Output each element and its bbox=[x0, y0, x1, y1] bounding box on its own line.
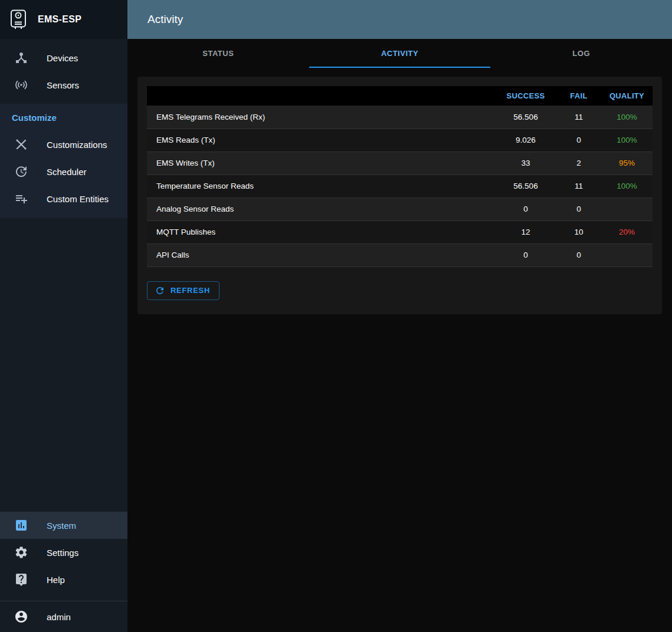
row-name: Analog Sensor Reads bbox=[147, 198, 499, 220]
sidebar-item-label: Customizations bbox=[47, 140, 107, 150]
settings-icon bbox=[14, 545, 28, 559]
sidebar-item-devices[interactable]: Devices bbox=[0, 44, 127, 71]
app-logo-icon bbox=[9, 9, 27, 29]
sidebar-item-label: Settings bbox=[47, 548, 78, 558]
quality-value bbox=[605, 198, 653, 220]
table-row: MQTT Publishes 12 10 20% bbox=[147, 220, 653, 243]
tab-activity[interactable]: ACTIVITY bbox=[309, 39, 491, 68]
system-icon bbox=[14, 518, 28, 532]
app-window: EMS-ESP Devices Se bbox=[0, 0, 672, 632]
row-name: MQTT Publishes bbox=[147, 220, 499, 243]
fail-value: 10 bbox=[552, 220, 605, 243]
success-value: 0 bbox=[499, 198, 552, 220]
success-header: SUCCESS bbox=[499, 86, 552, 106]
row-name: EMS Telegrams Received (Rx) bbox=[147, 106, 499, 129]
table-header-row: SUCCESS FAIL QUALITY bbox=[147, 86, 653, 106]
sidebar-item-scheduler[interactable]: Scheduler bbox=[0, 158, 127, 185]
sidebar-item-label: Scheduler bbox=[47, 167, 87, 177]
tab-bar: STATUS ACTIVITY LOG bbox=[127, 39, 672, 68]
success-value: 12 bbox=[499, 220, 552, 243]
fail-value: 0 bbox=[552, 198, 605, 220]
row-name: EMS Reads (Tx) bbox=[147, 129, 499, 152]
app-name: EMS-ESP bbox=[38, 14, 81, 25]
customize-section-heading: Customize bbox=[0, 104, 127, 131]
table-row: API Calls 0 0 bbox=[147, 243, 653, 266]
sidebar-item-label: Sensors bbox=[47, 80, 79, 90]
tab-label: ACTIVITY bbox=[381, 49, 418, 58]
custom-entities-icon bbox=[14, 192, 28, 206]
success-value: 56.506 bbox=[499, 175, 552, 198]
table-row: Temperature Sensor Reads 56.506 11 100% bbox=[147, 175, 653, 198]
main-area: Activity STATUS ACTIVITY LOG SUCCESS FA bbox=[127, 0, 672, 632]
quality-value: 95% bbox=[605, 152, 653, 175]
sidebar-nav-bottom: System Settings Help bbox=[0, 512, 127, 601]
name-header bbox=[147, 86, 499, 106]
user-name: admin bbox=[47, 612, 71, 622]
sidebar-item-custom-entities[interactable]: Custom Entities bbox=[0, 185, 127, 212]
refresh-button-label: REFRESH bbox=[171, 286, 210, 295]
refresh-button[interactable]: REFRESH bbox=[147, 281, 219, 300]
customizations-icon bbox=[14, 137, 28, 152]
sidebar-customize-section: Customize Customizations Scheduler bbox=[0, 104, 127, 218]
sidebar-item-system[interactable]: System bbox=[0, 512, 127, 539]
sidebar-item-label: Devices bbox=[47, 53, 78, 63]
tab-status[interactable]: STATUS bbox=[127, 39, 309, 68]
refresh-icon bbox=[155, 285, 165, 296]
table-row: EMS Reads (Tx) 9.026 0 100% bbox=[147, 129, 653, 152]
fail-value: 0 bbox=[552, 129, 605, 152]
page-title: Activity bbox=[147, 13, 183, 26]
sensors-icon bbox=[14, 78, 28, 92]
sidebar-nav-top: Devices Sensors bbox=[0, 39, 127, 98]
tab-label: LOG bbox=[572, 49, 590, 58]
tab-label: STATUS bbox=[202, 49, 234, 58]
tab-log[interactable]: LOG bbox=[490, 39, 672, 68]
fail-value: 11 bbox=[552, 106, 605, 129]
fail-value: 11 bbox=[552, 175, 605, 198]
table-row: EMS Telegrams Received (Rx) 56.506 11 10… bbox=[147, 106, 653, 129]
sidebar-item-settings[interactable]: Settings bbox=[0, 539, 127, 566]
account-icon bbox=[14, 610, 28, 624]
sidebar-item-sensors[interactable]: Sensors bbox=[0, 71, 127, 98]
user-menu-admin[interactable]: admin bbox=[0, 601, 127, 632]
success-value: 0 bbox=[499, 243, 552, 266]
fail-value: 2 bbox=[552, 152, 605, 175]
help-icon bbox=[14, 572, 28, 587]
sidebar-item-customizations[interactable]: Customizations bbox=[0, 131, 127, 158]
activity-card: SUCCESS FAIL QUALITY EMS Telegrams Recei… bbox=[137, 77, 662, 314]
table-row: EMS Writes (Tx) 33 2 95% bbox=[147, 152, 653, 175]
quality-value bbox=[605, 243, 653, 266]
activity-table: SUCCESS FAIL QUALITY EMS Telegrams Recei… bbox=[147, 86, 653, 267]
app-bar: Activity bbox=[127, 0, 672, 39]
row-name: EMS Writes (Tx) bbox=[147, 152, 499, 175]
sidebar-item-label: System bbox=[47, 521, 76, 531]
sidebar: EMS-ESP Devices Se bbox=[0, 0, 127, 632]
row-name: API Calls bbox=[147, 243, 499, 266]
fail-value: 0 bbox=[552, 243, 605, 266]
quality-value: 100% bbox=[605, 129, 653, 152]
success-value: 33 bbox=[499, 152, 552, 175]
quality-value: 100% bbox=[605, 106, 653, 129]
sidebar-item-label: Help bbox=[47, 575, 65, 585]
fail-header: FAIL bbox=[552, 86, 605, 106]
sidebar-header: EMS-ESP bbox=[0, 0, 127, 39]
row-name: Temperature Sensor Reads bbox=[147, 175, 499, 198]
scheduler-icon bbox=[14, 164, 28, 179]
sidebar-item-help[interactable]: Help bbox=[0, 566, 127, 593]
success-value: 56.506 bbox=[499, 106, 552, 129]
tab-indicator bbox=[309, 67, 491, 68]
success-value: 9.026 bbox=[499, 129, 552, 152]
devices-icon bbox=[14, 51, 28, 65]
quality-value: 20% bbox=[605, 220, 653, 243]
table-row: Analog Sensor Reads 0 0 bbox=[147, 198, 653, 220]
quality-header: QUALITY bbox=[605, 86, 653, 106]
sidebar-item-label: Custom Entities bbox=[47, 194, 109, 204]
quality-value: 100% bbox=[605, 175, 653, 198]
